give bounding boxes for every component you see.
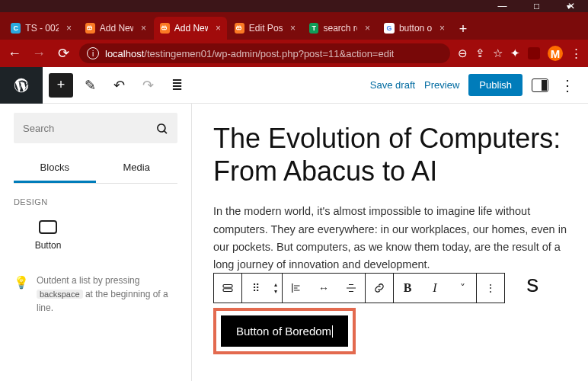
browser-menu-icon[interactable]: ⋮ bbox=[570, 46, 582, 60]
bold-button[interactable]: B bbox=[394, 274, 421, 303]
url-text: localhost/testingemen01/wp-admin/post.ph… bbox=[105, 48, 394, 59]
tab-close-icon[interactable]: × bbox=[138, 23, 146, 34]
redo-button[interactable]: ↷ bbox=[136, 73, 160, 98]
document-overview-button[interactable]: ≣ bbox=[165, 73, 189, 98]
tab-label: search re bbox=[323, 23, 357, 34]
link-icon[interactable] bbox=[366, 274, 393, 303]
tab-favicon: ఴ bbox=[85, 23, 95, 34]
vertical-align-icon[interactable] bbox=[337, 274, 365, 303]
ublock-icon[interactable] bbox=[528, 47, 540, 59]
undo-button[interactable]: ↶ bbox=[107, 73, 131, 98]
tab-media[interactable]: Media bbox=[96, 154, 178, 183]
lightbulb-icon: 💡 bbox=[14, 274, 29, 315]
window-maximize-button[interactable]: □ bbox=[519, 0, 554, 12]
editor-canvas[interactable]: The Evolution of Computers: From Abacus … bbox=[192, 104, 588, 381]
tab-close-icon[interactable]: × bbox=[63, 23, 72, 34]
address-bar[interactable]: i localhost/testingemen01/wp-admin/post.… bbox=[79, 43, 450, 63]
block-options-button[interactable]: ⋮ bbox=[477, 274, 504, 303]
browser-toolbar: ← → ⟳ i localhost/testingemen01/wp-admin… bbox=[0, 40, 588, 67]
block-type-button[interactable]: Button bbox=[14, 220, 82, 251]
button-block-icon bbox=[39, 220, 57, 234]
block-toolbar: ⠿ ▴▾ ↔ B I ˅ ⋮ bbox=[213, 273, 505, 303]
forward-button[interactable]: → bbox=[30, 45, 47, 62]
browser-tab[interactable]: ఴAdd New× bbox=[79, 17, 152, 40]
tab-favicon: ఴ bbox=[160, 23, 170, 34]
editor-options-button[interactable]: ⋮ bbox=[558, 75, 577, 95]
window-minimize-button[interactable]: — bbox=[485, 0, 519, 12]
tab-close-icon[interactable]: × bbox=[436, 23, 445, 34]
block-search-input[interactable]: Search bbox=[14, 113, 177, 143]
block-type-icon[interactable] bbox=[214, 274, 241, 303]
tab-label: TS - 002 bbox=[25, 23, 59, 34]
browser-tab[interactable]: CTS - 002× bbox=[5, 17, 78, 40]
align-icon[interactable]: ↔ bbox=[310, 274, 337, 303]
extensions-icon[interactable]: ✦ bbox=[510, 46, 520, 60]
browser-tab[interactable]: ఴAdd New× bbox=[154, 17, 227, 40]
preview-button[interactable]: Preview bbox=[424, 79, 459, 91]
inserter-sidebar: Search Blocks Media DESIGN Button 💡 Outd… bbox=[0, 104, 192, 381]
browser-tabstrip: CTS - 002×ఴAdd New×ఴAdd New×ఴEdit Post×T… bbox=[0, 12, 588, 40]
inserter-tabs: Blocks Media bbox=[14, 154, 177, 184]
block-mover[interactable]: ▴▾ bbox=[270, 274, 282, 303]
search-placeholder: Search bbox=[23, 123, 54, 134]
tab-favicon: T bbox=[309, 23, 318, 34]
post-paragraph[interactable]: In the modern world, it's almost impossi… bbox=[213, 203, 567, 274]
section-design-label: DESIGN bbox=[14, 197, 177, 207]
bookmark-icon[interactable]: ☆ bbox=[493, 46, 503, 60]
justify-left-icon[interactable] bbox=[283, 274, 310, 303]
svg-rect-0 bbox=[223, 285, 232, 288]
drag-handle-icon[interactable]: ⠿ bbox=[242, 274, 270, 303]
reload-button[interactable]: ⟳ bbox=[55, 45, 72, 62]
new-tab-button[interactable]: + bbox=[452, 18, 474, 40]
tab-label: Add New bbox=[100, 23, 133, 34]
publish-button[interactable]: Publish bbox=[468, 74, 522, 96]
profile-avatar[interactable]: M bbox=[548, 46, 563, 61]
text-caret bbox=[332, 325, 333, 338]
tab-favicon: ఴ bbox=[235, 23, 244, 34]
search-icon bbox=[153, 120, 168, 136]
tab-close-icon[interactable]: × bbox=[213, 23, 221, 34]
save-draft-button[interactable]: Save draft bbox=[370, 79, 415, 91]
window-close-button[interactable]: ✕ bbox=[554, 0, 588, 12]
tab-blocks[interactable]: Blocks bbox=[14, 154, 96, 183]
editor-topbar: + ✎ ↶ ↷ ≣ Save draft Preview Publish ⋮ bbox=[0, 67, 588, 104]
wordpress-logo[interactable] bbox=[0, 67, 43, 104]
settings-panel-button[interactable] bbox=[532, 78, 548, 92]
selected-block-outline: Button of Boredom bbox=[213, 308, 356, 354]
zoom-icon[interactable]: ⊖ bbox=[458, 46, 468, 60]
italic-button[interactable]: I bbox=[421, 274, 449, 303]
tab-label: Add New bbox=[174, 23, 208, 34]
post-title[interactable]: The Evolution of Computers: From Abacus … bbox=[213, 122, 567, 187]
button-block-text[interactable]: Button of Boredom bbox=[236, 325, 331, 338]
browser-tab[interactable]: Gbutton o× bbox=[378, 17, 451, 40]
back-button[interactable]: ← bbox=[6, 45, 23, 62]
edit-tool-icon[interactable]: ✎ bbox=[78, 73, 102, 98]
more-richtext-icon[interactable]: ˅ bbox=[449, 274, 476, 303]
browser-tab[interactable]: ఴEdit Post× bbox=[228, 17, 302, 40]
tab-label: button o bbox=[399, 23, 432, 34]
editor-tip: 💡 Outdent a list by pressing backspace a… bbox=[14, 274, 177, 315]
site-info-icon[interactable]: i bbox=[87, 47, 99, 59]
button-block-label: Button bbox=[14, 240, 82, 251]
svg-rect-1 bbox=[223, 289, 232, 292]
button-block[interactable]: Button of Boredom bbox=[221, 315, 348, 347]
tab-close-icon[interactable]: × bbox=[362, 23, 370, 34]
tab-favicon: G bbox=[384, 23, 395, 34]
window-titlebar: ▾ — □ ✕ bbox=[0, 0, 588, 12]
block-inserter-button[interactable]: + bbox=[49, 73, 73, 98]
share-icon[interactable]: ⇪ bbox=[475, 46, 485, 60]
tab-close-icon[interactable]: × bbox=[287, 23, 296, 34]
browser-tab[interactable]: Tsearch re× bbox=[303, 17, 376, 40]
tab-label: Edit Post bbox=[249, 23, 283, 34]
tab-favicon: C bbox=[11, 23, 21, 34]
